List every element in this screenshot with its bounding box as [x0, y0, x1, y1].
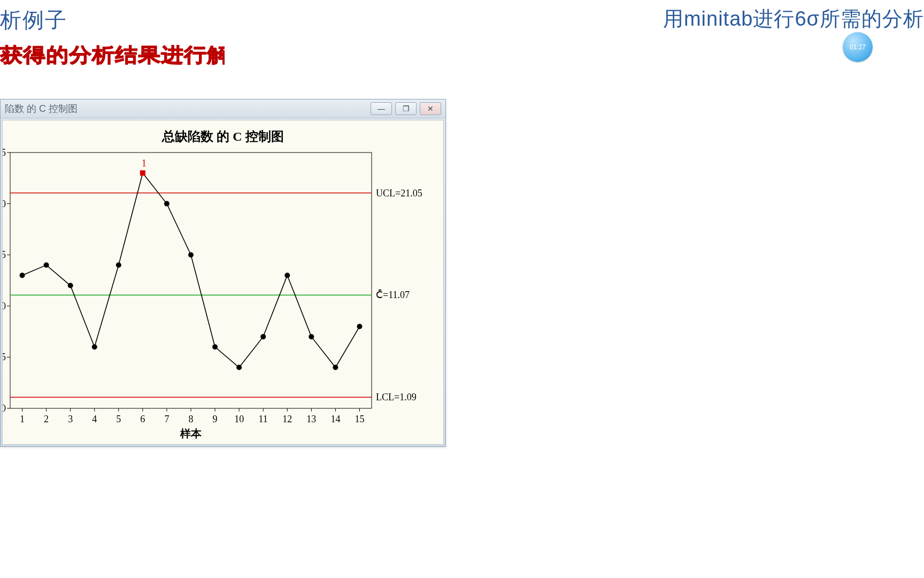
x-tick-label: 2 — [44, 414, 49, 424]
y-tick-label: 5 — [3, 352, 6, 362]
x-tick-label: 13 — [306, 414, 316, 424]
window-close-button[interactable]: ✕ — [420, 102, 441, 115]
x-tick-label: 14 — [330, 414, 340, 424]
data-point — [309, 334, 314, 339]
x-tick-label: 1 — [20, 414, 25, 424]
x-tick-label: 10 — [234, 414, 244, 424]
window-title: 陷数 的 C 控制图 — [5, 102, 371, 115]
window-buttons: — ❐ ✕ — [371, 102, 441, 115]
data-point — [357, 324, 362, 329]
x-tick-label: 15 — [355, 414, 364, 424]
data-point — [236, 365, 242, 370]
lcl-label: LCL=1.09 — [376, 392, 417, 402]
data-series — [22, 173, 360, 367]
x-tick-label: 6 — [140, 414, 145, 424]
distorted-text: 获得的分析结果进行解释 — [0, 42, 225, 68]
window-titlebar[interactable]: 陷数 的 C 控制图 — ❐ ✕ — [1, 100, 445, 118]
y-tick-label: 0 — [3, 403, 6, 414]
y-tick-label: 0 — [3, 199, 6, 209]
data-point — [44, 262, 49, 268]
data-point — [260, 334, 266, 339]
ucl-label: UCL=21.05 — [376, 188, 422, 199]
plot-area: 总缺陷数 的 C 控制图 050505123456789101112131415… — [2, 120, 444, 445]
clock-widget: 01:27 — [843, 32, 873, 62]
data-point — [164, 201, 170, 207]
data-point — [68, 283, 73, 288]
page-title-left: 析例子 — [0, 5, 67, 35]
y-tick-label: 5 — [3, 249, 6, 260]
y-tick-label: 5 — [3, 147, 6, 158]
data-point — [116, 262, 121, 268]
x-tick-label: 12 — [282, 414, 292, 424]
x-tick-label: 3 — [68, 414, 73, 424]
outlier-label: 1 — [142, 158, 147, 169]
y-tick-label: 0 — [3, 301, 6, 311]
data-point — [188, 252, 194, 257]
data-point — [284, 272, 290, 278]
x-tick-label: 8 — [189, 414, 194, 424]
x-tick-label: 4 — [92, 414, 97, 424]
cbar-label: C̄=11.07 — [376, 290, 410, 300]
x-tick-label: 5 — [116, 414, 121, 424]
data-point — [212, 344, 218, 349]
chart-window: 陷数 的 C 控制图 — ❐ ✕ 总缺陷数 的 C 控制图 0505051234… — [0, 99, 446, 447]
c-chart: 050505123456789101112131415样本UCL=21.05C̄… — [3, 120, 443, 443]
x-tick-label: 11 — [259, 414, 268, 424]
x-tick-label: 9 — [213, 414, 218, 424]
x-axis-label: 样本 — [180, 428, 202, 439]
data-point — [333, 365, 338, 370]
window-minimize-button[interactable]: — — [371, 102, 392, 115]
data-point-outlier — [140, 170, 145, 176]
data-point — [20, 272, 25, 278]
data-point — [92, 344, 97, 349]
page-title-right: 用minitab进行6σ所需的分析 — [663, 5, 924, 33]
x-tick-label: 7 — [164, 414, 169, 424]
window-maximize-button[interactable]: ❐ — [395, 102, 417, 115]
